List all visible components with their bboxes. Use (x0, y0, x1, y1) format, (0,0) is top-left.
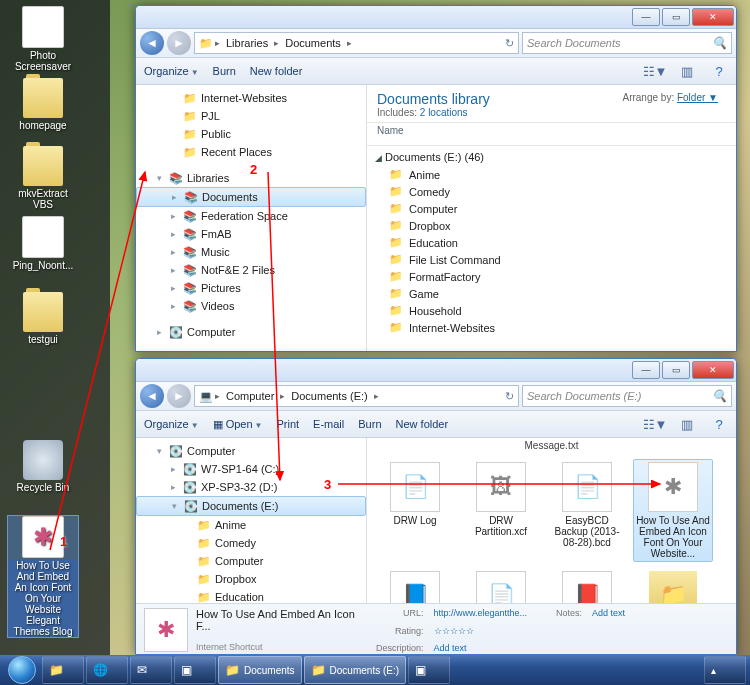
refresh-icon[interactable]: ↻ (505, 37, 514, 50)
file-item[interactable]: ✱How To Use And Embed An Icon Font On Yo… (633, 459, 713, 562)
tree-node[interactable]: 📁Anime (136, 516, 366, 534)
expand-icon[interactable]: ▸ (154, 327, 165, 337)
tree-node[interactable]: ▾💽Documents (E:) (136, 496, 366, 516)
expand-icon[interactable]: ▸ (168, 464, 179, 474)
back-button[interactable]: ◄ (140, 384, 164, 408)
expand-icon[interactable]: ▸ (168, 247, 179, 257)
tree-node[interactable]: ▸📚Music (136, 243, 366, 261)
locations-link[interactable]: 2 locations (420, 107, 468, 118)
new-folder-button[interactable]: New folder (250, 65, 303, 77)
taskbar-button[interactable]: 📁 (42, 656, 84, 684)
search-input[interactable]: Search Documents (E:)🔍 (522, 385, 732, 407)
titlebar[interactable]: — ▭ ✕ (136, 6, 736, 29)
expand-icon[interactable]: ▸ (168, 283, 179, 293)
expand-icon[interactable]: ▾ (154, 173, 165, 183)
group-header[interactable]: ◢Documents (E:) (46) (373, 148, 730, 166)
file-icon-view[interactable]: 📄DRW Log🖼DRW Partition.xcf📄EasyBCD Backu… (367, 451, 736, 603)
file-item[interactable]: 📄EasyBCD Backup (2013-08-28).bcd (547, 459, 627, 562)
close-button[interactable]: ✕ (692, 8, 734, 26)
taskbar-button[interactable]: 🌐 (86, 656, 128, 684)
expand-icon[interactable]: ▸ (168, 301, 179, 311)
expand-icon[interactable]: ▾ (154, 446, 165, 456)
list-item[interactable]: 📁FormatFactory (373, 268, 730, 285)
print-button[interactable]: Print (276, 418, 299, 430)
content-pane[interactable]: Message.txt 📄DRW Log🖼DRW Partition.xcf📄E… (367, 438, 736, 603)
details-notes[interactable]: Add text (592, 608, 728, 655)
expand-icon[interactable]: ▸ (168, 482, 179, 492)
details-description[interactable]: Add text (434, 643, 548, 655)
list-item[interactable]: 📁Anime (373, 166, 730, 183)
crumb-documents[interactable]: Documents (281, 36, 345, 50)
tree-node[interactable]: ▸📚Documents (136, 187, 366, 207)
crumb-computer[interactable]: Computer (222, 389, 278, 403)
tree-node[interactable]: 📁PJL (136, 107, 366, 125)
arrange-by-menu[interactable]: Folder ▼ (677, 92, 718, 103)
refresh-icon[interactable]: ↻ (505, 390, 514, 403)
expand-icon[interactable]: ▸ (168, 211, 179, 221)
back-button[interactable]: ◄ (140, 31, 164, 55)
desktop-icon[interactable]: mkvExtract VBS (8, 146, 78, 210)
file-item[interactable]: 📄New Text (461, 568, 541, 603)
breadcrumb[interactable]: 📁 ▸ Libraries▸ Documents▸ ↻ (194, 32, 519, 54)
help-button[interactable]: ? (710, 63, 728, 79)
details-rating[interactable]: ☆☆☆☆☆ (434, 626, 548, 643)
file-list[interactable]: ◢Documents (E:) (46) 📁Anime📁Comedy📁Compu… (367, 146, 736, 352)
taskbar-button[interactable]: 📁Documents (E:) (304, 656, 406, 684)
search-input[interactable]: Search Documents🔍 (522, 32, 732, 54)
expand-icon[interactable]: ▸ (168, 265, 179, 275)
maximize-button[interactable]: ▭ (662, 8, 690, 26)
tree-node[interactable]: 📁Computer (136, 552, 366, 570)
list-item[interactable]: 📁Comedy (373, 183, 730, 200)
explorer-window-documents[interactable]: — ▭ ✕ ◄ ► 📁 ▸ Libraries▸ Documents▸ ↻ Se… (135, 5, 737, 352)
file-item[interactable]: 📁public (POD) - (633, 568, 713, 603)
burn-button[interactable]: Burn (213, 65, 236, 77)
tree-node[interactable]: 📁Education (136, 588, 366, 603)
organize-menu[interactable]: Organize▼ (144, 65, 199, 77)
preview-pane-button[interactable]: ▥ (678, 63, 696, 79)
navigation-pane[interactable]: ▾💽Computer▸💽W7-SP1-64 (C:)▸💽XP-SP3-32 (D… (136, 438, 367, 603)
tree-node[interactable]: ▸💽XP-SP3-32 (D:) (136, 478, 366, 496)
system-tray[interactable]: ▴ (704, 656, 746, 684)
minimize-button[interactable]: — (632, 8, 660, 26)
list-item[interactable]: 📁Computer (373, 200, 730, 217)
organize-menu[interactable]: Organize▼ (144, 418, 199, 430)
expand-icon[interactable]: ▸ (168, 229, 179, 239)
view-menu[interactable]: ☷▼ (646, 63, 664, 79)
tree-node[interactable]: ▸💽Computer (136, 323, 366, 341)
view-menu[interactable]: ☷▼ (646, 416, 664, 432)
desktop-icon[interactable]: Recycle Bin (8, 440, 78, 493)
taskbar-button[interactable]: ✉ (130, 656, 172, 684)
taskbar-button[interactable]: ▣ (174, 656, 216, 684)
file-item[interactable]: 📄DRW Log (375, 459, 455, 562)
expand-icon[interactable]: ▸ (169, 192, 180, 202)
desktop[interactable]: Photo ScreensaverhomepagemkvExtract VBSP… (0, 0, 750, 685)
list-item[interactable]: 📁Household (373, 302, 730, 319)
tree-node[interactable]: ▸📚NotF&E 2 Files (136, 261, 366, 279)
tree-node[interactable]: ▸💽W7-SP1-64 (C:) (136, 460, 366, 478)
tree-node[interactable]: ▸📚FmAB (136, 225, 366, 243)
forward-button[interactable]: ► (167, 31, 191, 55)
tree-node[interactable]: 📁Dropbox (136, 570, 366, 588)
tree-node[interactable]: ▸📚Federation Space (136, 207, 366, 225)
maximize-button[interactable]: ▭ (662, 361, 690, 379)
crumb-documents-e[interactable]: Documents (E:) (287, 389, 371, 403)
tree-node[interactable]: ▾📚Libraries (136, 169, 366, 187)
tree-node[interactable]: ▾💽Computer (136, 442, 366, 460)
tree-node[interactable]: ▸📚Videos (136, 297, 366, 315)
desktop-icon[interactable]: ✱How To Use And Embed An Icon Font On Yo… (8, 516, 78, 637)
open-menu[interactable]: ▦ Open▼ (213, 418, 263, 431)
new-folder-button[interactable]: New folder (396, 418, 449, 430)
expand-icon[interactable]: ▾ (169, 501, 180, 511)
column-header-name[interactable]: Name (367, 123, 736, 146)
preview-pane-button[interactable]: ▥ (678, 416, 696, 432)
list-item[interactable]: 📁Internet-Websites (373, 319, 730, 336)
tray-chevron-icon[interactable]: ▴ (711, 665, 716, 676)
tree-node[interactable]: 📁Public (136, 125, 366, 143)
file-item[interactable]: 📕PJL-7 vs (547, 568, 627, 603)
start-button[interactable] (4, 656, 40, 684)
burn-button[interactable]: Burn (358, 418, 381, 430)
titlebar[interactable]: — ▭ ✕ (136, 359, 736, 382)
close-button[interactable]: ✕ (692, 361, 734, 379)
desktop-icon[interactable]: Ping_Noont... (8, 216, 78, 271)
tree-node[interactable]: ▸📚Pictures (136, 279, 366, 297)
